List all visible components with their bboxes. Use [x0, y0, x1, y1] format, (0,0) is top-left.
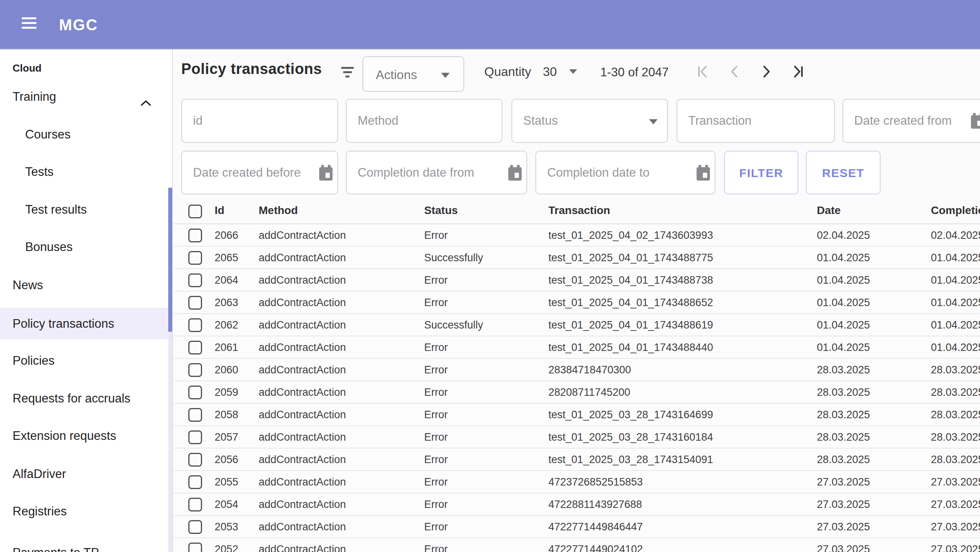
- row-checkbox[interactable]: [188, 341, 202, 354]
- completion-date-from-input[interactable]: [358, 151, 505, 194]
- pagination-range: 1-30 of 2047: [600, 65, 669, 79]
- row-checkbox[interactable]: [188, 251, 202, 265]
- calendar-icon[interactable]: [971, 113, 980, 129]
- filter-button[interactable]: FILTER: [724, 151, 798, 194]
- cell-id: 2053: [215, 521, 238, 533]
- sidebar-item-news[interactable]: News: [0, 276, 172, 295]
- sidebar-item-requests-for-accruals[interactable]: Requests for accruals: [0, 389, 172, 408]
- table-row[interactable]: 2056 addContractAction Error test_01_202…: [174, 449, 980, 471]
- table-row[interactable]: 2054 addContractAction Error 47228811439…: [174, 493, 980, 516]
- reset-button[interactable]: RESET: [806, 151, 881, 194]
- cell-status: Error: [424, 386, 448, 399]
- sidebar-item-registries[interactable]: Registries: [0, 502, 172, 521]
- cell-status: Error: [424, 229, 448, 242]
- row-checkbox[interactable]: [188, 453, 202, 467]
- table-row[interactable]: 2052 addContractAction Error 47227714490…: [174, 538, 980, 552]
- row-checkbox[interactable]: [188, 296, 202, 310]
- sidebar-item-alfadriver[interactable]: AlfaDriver: [0, 465, 172, 484]
- row-checkbox[interactable]: [188, 229, 202, 242]
- last-page-button[interactable]: [790, 64, 805, 79]
- quantity-select[interactable]: 30: [543, 65, 557, 79]
- row-checkbox[interactable]: [188, 363, 202, 377]
- table-row[interactable]: 2065 addContractAction Successfully test…: [174, 247, 980, 269]
- sidebar-item-test-results[interactable]: Test results: [0, 200, 172, 219]
- column-header-completion-date: Completion date: [931, 204, 980, 217]
- date-created-from-input[interactable]: [854, 100, 974, 142]
- cell-status: Error: [424, 409, 448, 421]
- table-row[interactable]: 2066 addContractAction Error test_01_202…: [174, 224, 980, 247]
- sidebar-item-courses[interactable]: Courses: [0, 125, 172, 144]
- cell-id: 2065: [215, 252, 238, 264]
- date-created-before-input[interactable]: [193, 151, 320, 194]
- row-checkbox[interactable]: [188, 318, 202, 332]
- cell-method: addContractAction: [259, 498, 346, 511]
- row-checkbox[interactable]: [188, 520, 202, 534]
- row-checkbox[interactable]: [188, 475, 202, 489]
- cell-date: 28.03.2025: [817, 431, 870, 443]
- method-input[interactable]: [358, 100, 485, 142]
- row-checkbox[interactable]: [188, 430, 202, 444]
- cell-transaction: test_01_2025_03_28_1743160184: [548, 431, 713, 443]
- filter-list-icon[interactable]: [341, 67, 354, 79]
- hamburger-menu-icon[interactable]: [22, 17, 37, 32]
- transaction-input[interactable]: [688, 100, 817, 142]
- table-row[interactable]: 2055 addContractAction Error 47237268525…: [174, 471, 980, 493]
- completion-date-to-input[interactable]: [547, 151, 693, 194]
- table-row[interactable]: 2062 addContractAction Successfully test…: [174, 314, 980, 336]
- cell-transaction: 4722771449846447: [548, 521, 643, 533]
- cell-completion-date: 27.03.2025: [931, 543, 980, 552]
- first-page-button[interactable]: [695, 64, 711, 79]
- cell-method: addContractAction: [259, 364, 346, 376]
- sidebar-item-bonuses[interactable]: Bonuses: [0, 238, 172, 257]
- table-row[interactable]: 2059 addContractAction Error 28208711745…: [174, 381, 980, 404]
- cell-method: addContractAction: [259, 409, 346, 421]
- sidebar-item-training[interactable]: Training: [0, 87, 172, 106]
- cell-date: 01.04.2025: [817, 274, 870, 286]
- sidebar-scrollbar-thumb[interactable]: [168, 188, 172, 332]
- sidebar-item-label: Courses: [25, 127, 70, 141]
- calendar-icon[interactable]: [697, 165, 710, 181]
- row-checkbox[interactable]: [188, 386, 202, 399]
- sidebar-item-policy-transactions[interactable]: Policy transactions: [0, 308, 172, 340]
- sidebar-item-label: Extension requests: [13, 429, 116, 443]
- row-checkbox[interactable]: [188, 543, 202, 552]
- cell-status: Error: [424, 297, 448, 309]
- select-all-checkbox[interactable]: [188, 205, 202, 218]
- previous-page-button[interactable]: [727, 64, 743, 79]
- table-row[interactable]: 2057 addContractAction Error test_01_202…: [174, 426, 980, 449]
- table-row[interactable]: 2061 addContractAction Error test_01_202…: [174, 336, 980, 359]
- row-checkbox[interactable]: [188, 273, 202, 287]
- actions-dropdown[interactable]: Actions: [362, 56, 464, 92]
- sidebar-item-label: Bonuses: [25, 240, 73, 254]
- cell-completion-date: 01.04.2025: [931, 297, 980, 309]
- next-page-button[interactable]: [758, 64, 774, 79]
- table-row[interactable]: 2053 addContractAction Error 47227714498…: [174, 516, 980, 538]
- cell-status: Error: [424, 274, 448, 286]
- table-row[interactable]: 2064 addContractAction Error test_01_202…: [174, 269, 980, 292]
- row-checkbox[interactable]: [188, 408, 202, 422]
- cell-id: 2061: [215, 342, 238, 354]
- row-checkbox[interactable]: [188, 498, 202, 511]
- cell-completion-date: 28.03.2025: [931, 431, 980, 443]
- cell-method: addContractAction: [259, 274, 346, 286]
- id-input[interactable]: [193, 100, 320, 142]
- sidebar-item-tests[interactable]: Tests: [0, 162, 172, 181]
- column-header-date: Date: [817, 204, 841, 217]
- sidebar-item-label: Policies: [13, 354, 55, 367]
- table-row[interactable]: 2063 addContractAction Error test_01_202…: [174, 292, 980, 314]
- sidebar-item-extension-requests[interactable]: Extension requests: [0, 426, 172, 445]
- table-row[interactable]: 2058 addContractAction Error test_01_202…: [174, 404, 980, 426]
- status-select[interactable]: [523, 100, 650, 142]
- table-row[interactable]: 2060 addContractAction Error 28384718470…: [174, 359, 980, 381]
- sidebar-item-policies[interactable]: Policies: [0, 351, 172, 370]
- actions-dropdown-label: Actions: [376, 68, 417, 82]
- filter-id-field: [181, 99, 338, 143]
- calendar-icon[interactable]: [508, 165, 522, 181]
- cell-method: addContractAction: [259, 252, 346, 264]
- cell-date: 27.03.2025: [817, 498, 870, 511]
- cell-id: 2064: [215, 274, 238, 286]
- app-bar: MGC: [0, 0, 980, 50]
- sidebar-item-payments-to-tp[interactable]: Payments to TP: [0, 543, 172, 552]
- calendar-icon[interactable]: [319, 165, 333, 181]
- cell-date: 01.04.2025: [817, 342, 870, 354]
